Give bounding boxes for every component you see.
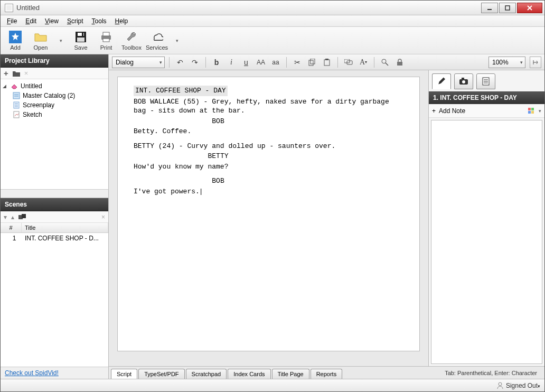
tree-item-screenplay[interactable]: Screenplay <box>1 100 108 110</box>
svg-rect-33 <box>462 78 464 80</box>
svg-rect-38 <box>528 108 531 110</box>
statusbar: Signed Out▾ <box>1 379 544 391</box>
font-style-button[interactable]: A▾ <box>357 57 370 68</box>
tab-index-cards[interactable]: Index Cards <box>228 369 270 379</box>
comment-button[interactable] <box>342 57 355 68</box>
italic-button[interactable]: i <box>225 57 238 68</box>
chevron-down-icon[interactable]: ▾ <box>539 108 541 114</box>
svg-rect-19 <box>14 111 19 118</box>
footer-link[interactable]: Check out SpidVid! <box>1 367 108 379</box>
note-tools: + Add Note ▾ <box>429 104 544 118</box>
scene-up-icon[interactable]: ▴ <box>11 213 14 221</box>
scene-cards-icon[interactable] <box>18 214 26 220</box>
expand-button[interactable] <box>530 57 541 68</box>
tab-scratchpad[interactable]: Scratchpad <box>186 369 227 379</box>
editor-column: Dialog ↶ ↷ b i u AA aa ✂ A▾ <box>109 54 544 379</box>
notes-column: 1. INT. COFFEE SHOP - DAY + Add Note ▾ <box>428 70 544 366</box>
minimize-button[interactable] <box>481 3 498 13</box>
lock-button[interactable] <box>393 57 406 68</box>
signed-out-label[interactable]: Signed Out▾ <box>506 382 540 389</box>
user-icon <box>496 382 504 389</box>
menu-tools[interactable]: Tools <box>88 16 111 26</box>
menu-help[interactable]: Help <box>111 16 133 26</box>
add-button[interactable]: Add <box>4 28 27 53</box>
color-grid-icon[interactable] <box>528 108 534 114</box>
dialogue-text: How'd you know my name? <box>134 162 303 172</box>
chevron-down-icon: ▾ <box>171 34 183 47</box>
caret-icon[interactable]: ◢ <box>3 83 8 89</box>
eraser-icon <box>10 82 18 90</box>
bold-button[interactable]: b <box>210 57 223 68</box>
svg-rect-24 <box>324 60 330 66</box>
menu-file[interactable]: File <box>3 16 21 26</box>
menu-script[interactable]: Script <box>63 16 88 26</box>
menu-edit[interactable]: Edit <box>21 16 41 26</box>
character-cue: BETTY <box>134 152 303 161</box>
delete-item-button[interactable]: × <box>24 69 29 77</box>
underline-button[interactable]: u <box>240 57 252 68</box>
tab-title-page[interactable]: Title Page <box>272 369 309 379</box>
tree-root[interactable]: ◢ Untitled <box>1 81 108 91</box>
wrench-icon <box>125 31 138 43</box>
close-button[interactable] <box>517 3 542 13</box>
uppercase-button[interactable]: AA <box>255 57 267 68</box>
tab-reports[interactable]: Reports <box>311 369 343 379</box>
scene-row[interactable]: 1 INT. COFFEE SHOP - D... <box>1 233 108 244</box>
open-button[interactable]: Open <box>29 28 52 53</box>
services-button[interactable]: Services <box>145 28 168 53</box>
tree-scrollbar[interactable] <box>1 189 108 198</box>
menu-view[interactable]: View <box>41 16 63 26</box>
scene-close-icon[interactable]: × <box>101 213 105 221</box>
toolbox-button[interactable]: Toolbox <box>120 28 143 53</box>
lowercase-button[interactable]: aa <box>269 57 282 68</box>
svg-point-42 <box>499 382 502 386</box>
left-column: Project Library + × ◢ Untitled Master Ca… <box>1 54 109 379</box>
notes-tab-pencil[interactable] <box>432 73 451 89</box>
svg-rect-25 <box>325 59 328 60</box>
action-text: BETTY (24) - Curvy and dolled up - saunt… <box>134 142 403 151</box>
project-tree[interactable]: ◢ Untitled Master Catalog (2) Screenplay… <box>1 79 108 189</box>
screenplay-page[interactable]: INT. COFFEE SHOP - DAY BOB WALLACE (55) … <box>117 77 420 351</box>
window-title: Untitled <box>16 4 481 12</box>
chevron-down-icon: ▾ <box>54 34 67 47</box>
character-cue: BOB <box>134 117 303 126</box>
tab-typeset[interactable]: TypeSet/PDF <box>138 369 184 379</box>
scene-rows[interactable]: 1 INT. COFFEE SHOP - D... <box>1 233 108 367</box>
notes-tab-camera[interactable] <box>454 73 473 89</box>
style-combo[interactable]: Dialog <box>112 57 165 68</box>
cloud-icon <box>151 31 163 43</box>
undo-button[interactable]: ↶ <box>174 57 186 68</box>
note-body[interactable] <box>431 120 542 364</box>
zoom-combo[interactable]: 100% <box>488 57 525 68</box>
notes-tab-page[interactable] <box>476 73 495 89</box>
save-icon <box>74 31 87 43</box>
tree-item-catalog[interactable]: Master Catalog (2) <box>1 91 108 100</box>
svg-rect-22 <box>309 60 313 66</box>
open-dropdown[interactable]: ▾ <box>54 28 67 53</box>
catalog-icon <box>12 92 21 99</box>
project-library-tools: + × <box>1 68 108 79</box>
page-area[interactable]: INT. COFFEE SHOP - DAY BOB WALLACE (55) … <box>109 70 428 366</box>
add-item-button[interactable]: + <box>4 69 8 78</box>
cut-button[interactable]: ✂ <box>291 57 304 68</box>
app-icon <box>5 4 13 12</box>
editor-toolbar: Dialog ↶ ↷ b i u AA aa ✂ A▾ <box>109 54 544 70</box>
notes-tabs <box>429 70 544 91</box>
maximize-button[interactable] <box>499 3 516 13</box>
tree-item-sketch[interactable]: Sketch <box>1 110 108 119</box>
save-button[interactable]: Save <box>69 28 92 53</box>
services-dropdown[interactable]: ▾ <box>171 28 183 53</box>
paste-button[interactable] <box>321 57 333 68</box>
svg-rect-23 <box>311 59 315 64</box>
folder-icon[interactable] <box>13 70 20 77</box>
copy-button[interactable] <box>306 57 318 68</box>
svg-rect-21 <box>22 214 26 218</box>
folder-icon <box>34 31 47 43</box>
scene-down-icon[interactable]: ▾ <box>4 213 7 221</box>
project-library-header: Project Library <box>1 54 108 68</box>
tab-script[interactable]: Script <box>111 369 137 379</box>
search-button[interactable] <box>379 57 391 68</box>
print-button[interactable]: Print <box>95 28 118 53</box>
add-note-button[interactable]: + Add Note <box>432 107 465 115</box>
redo-button[interactable]: ↷ <box>189 57 201 68</box>
